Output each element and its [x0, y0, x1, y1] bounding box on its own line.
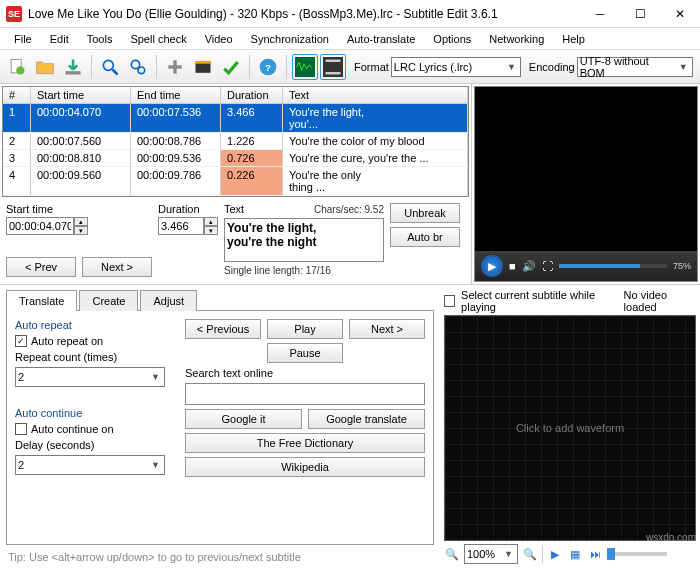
next-button[interactable]: Next > — [82, 257, 152, 277]
svg-rect-13 — [295, 57, 315, 77]
tab-translate[interactable]: Translate — [6, 290, 77, 311]
col-num[interactable]: # — [3, 87, 31, 103]
table-row[interactable]: 400:00:09.56000:00:09.7860.226You're the… — [3, 167, 468, 196]
table-row[interactable]: 100:00:04.07000:00:07.5363.466You're the… — [3, 104, 468, 133]
previous-button[interactable]: < Previous — [185, 319, 261, 339]
menu-options[interactable]: Options — [425, 31, 479, 47]
svg-point-3 — [103, 60, 113, 70]
tab-adjust[interactable]: Adjust — [140, 290, 197, 311]
svg-rect-16 — [326, 72, 341, 75]
duration-label: Duration — [158, 203, 218, 215]
auto-continue-checkbox[interactable]: Auto continue on — [15, 423, 169, 435]
play-icon[interactable]: ▶ — [481, 255, 503, 277]
start-time-label: Start time — [6, 203, 152, 215]
menu-help[interactable]: Help — [554, 31, 593, 47]
svg-rect-15 — [326, 59, 341, 62]
google-translate-button[interactable]: Google translate — [308, 409, 425, 429]
zoom-combo[interactable]: 100%▼ — [464, 544, 518, 564]
google-button[interactable]: Google it — [185, 409, 302, 429]
encoding-combo[interactable]: UTF-8 without BOM▼ — [577, 57, 693, 77]
wave-position-slider[interactable] — [607, 552, 667, 556]
maximize-button[interactable]: ☐ — [620, 0, 660, 28]
svg-text:?: ? — [265, 63, 271, 73]
repeat-count-combo[interactable]: 2▼ — [15, 367, 165, 387]
app-icon: SE — [6, 6, 22, 22]
table-row[interactable]: 300:00:08.81000:00:09.5360.726You're the… — [3, 150, 468, 167]
minimize-button[interactable]: ─ — [580, 0, 620, 28]
open-icon[interactable] — [32, 54, 58, 80]
start-time-input[interactable]: ▴▾ — [6, 217, 152, 235]
prev-button[interactable]: < Prev — [6, 257, 76, 277]
zoom-in-icon[interactable]: 🔍 — [522, 546, 538, 562]
repeat-count-label: Repeat count (times) — [15, 351, 169, 363]
line-length: Single line length: 17/16 — [224, 264, 384, 277]
col-start[interactable]: Start time — [31, 87, 131, 103]
chars-sec: Chars/sec: 9.52 — [314, 203, 384, 216]
auto-repeat-label: Auto repeat — [15, 319, 169, 331]
help-icon[interactable]: ? — [255, 54, 281, 80]
tip-text: Tip: Use <alt+arrow up/down> to go to pr… — [6, 545, 434, 565]
tab-create[interactable]: Create — [79, 290, 138, 311]
svg-rect-10 — [196, 61, 211, 64]
next-sub-button[interactable]: Next > — [349, 319, 425, 339]
subtitle-text-input[interactable]: You're the light, you're the night — [224, 218, 384, 262]
no-video-label: No video loaded — [624, 289, 696, 313]
settings-icon[interactable] — [162, 54, 188, 80]
unbreak-button[interactable]: Unbreak — [390, 203, 460, 223]
replace-icon[interactable] — [125, 54, 151, 80]
wikipedia-button[interactable]: Wikipedia — [185, 457, 425, 477]
col-dur[interactable]: Duration — [221, 87, 283, 103]
encoding-label: Encoding — [529, 61, 575, 73]
search-label: Search text online — [185, 367, 425, 379]
pause-button[interactable]: Pause — [267, 343, 343, 363]
find-icon[interactable] — [97, 54, 123, 80]
close-button[interactable]: ✕ — [660, 0, 700, 28]
auto-repeat-checkbox[interactable]: ✓Auto repeat on — [15, 335, 169, 347]
svg-line-4 — [113, 69, 118, 74]
delay-combo[interactable]: 2▼ — [15, 455, 165, 475]
format-combo[interactable]: LRC Lyrics (.lrc)▼ — [391, 57, 521, 77]
wave-next-icon[interactable]: ⏭ — [587, 546, 603, 562]
search-input[interactable] — [185, 383, 425, 405]
fullscreen-icon[interactable]: ⛶ — [542, 260, 553, 272]
zoom-out-icon[interactable]: 🔍 — [444, 546, 460, 562]
new-icon[interactable] — [4, 54, 30, 80]
svg-rect-2 — [66, 71, 81, 74]
menu-networking[interactable]: Networking — [481, 31, 552, 47]
waveform-placeholder: Click to add waveform — [516, 422, 624, 434]
video-percent: 75% — [673, 261, 691, 271]
wave-play-icon[interactable]: ▶ — [547, 546, 563, 562]
menu-spellcheck[interactable]: Spell check — [122, 31, 194, 47]
spellcheck-icon[interactable] — [218, 54, 244, 80]
play-button[interactable]: Play — [267, 319, 343, 339]
subtitle-grid[interactable]: # Start time End time Duration Text 100:… — [2, 86, 469, 197]
menu-tools[interactable]: Tools — [79, 31, 121, 47]
video-progress[interactable] — [559, 264, 667, 268]
menu-file[interactable]: File — [6, 31, 40, 47]
col-text[interactable]: Text — [283, 87, 468, 103]
format-label: Format — [354, 61, 389, 73]
autobr-button[interactable]: Auto br — [390, 227, 460, 247]
waveform-icon[interactable] — [292, 54, 318, 80]
video-icon[interactable] — [190, 54, 216, 80]
menu-video[interactable]: Video — [197, 31, 241, 47]
wave-grid-icon[interactable]: ▦ — [567, 546, 583, 562]
menu-bar: File Edit Tools Spell check Video Synchr… — [0, 28, 700, 50]
svg-rect-8 — [173, 60, 176, 73]
menu-autotranslate[interactable]: Auto-translate — [339, 31, 423, 47]
save-icon[interactable] — [60, 54, 86, 80]
menu-edit[interactable]: Edit — [42, 31, 77, 47]
col-end[interactable]: End time — [131, 87, 221, 103]
menu-sync[interactable]: Synchronization — [243, 31, 337, 47]
waveform-area[interactable]: Click to add waveform — [444, 315, 696, 541]
free-dictionary-button[interactable]: The Free Dictionary — [185, 433, 425, 453]
duration-input[interactable]: ▴▾ — [158, 217, 218, 235]
table-row[interactable]: 200:00:07.56000:00:08.7861.226You're the… — [3, 133, 468, 150]
window-title: Love Me Like You Do (Ellie Goulding) - 3… — [28, 7, 580, 21]
select-while-playing-checkbox[interactable] — [444, 295, 455, 307]
stop-icon[interactable]: ■ — [509, 260, 516, 272]
video-preview[interactable]: ▶ ■ 🔊 ⛶ 75% — [474, 86, 698, 282]
svg-point-6 — [138, 67, 145, 74]
videoview-icon[interactable] — [320, 54, 346, 80]
volume-icon[interactable]: 🔊 — [522, 260, 536, 273]
